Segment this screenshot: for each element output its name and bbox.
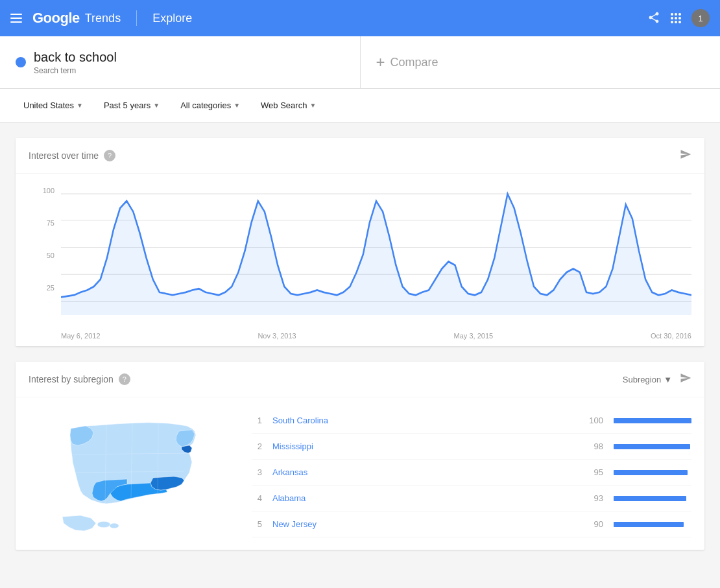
location-filter[interactable]: United States ▼ <box>16 95 91 115</box>
y-label-100: 100 <box>29 187 54 194</box>
rank-name-5[interactable]: New Jersey <box>272 519 573 529</box>
main-content: Interest over time ? 100 75 50 25 <box>0 123 720 565</box>
search-term-type: Search term <box>34 66 117 75</box>
chart-wrapper: 100 75 50 25 <box>29 187 691 329</box>
compare-box[interactable]: + Compare <box>361 36 721 88</box>
x-label-3: Oct 30, 2016 <box>651 332 691 340</box>
y-axis-labels: 100 75 50 25 <box>29 187 54 329</box>
header-logo: Google Trends <box>32 10 121 27</box>
header-divider <box>136 10 137 26</box>
rank-value-5: 90 <box>584 519 603 529</box>
location-filter-label: United States <box>23 100 74 110</box>
search-area: back to school Search term + Compare <box>0 36 720 89</box>
x-label-1: Nov 3, 2013 <box>258 332 296 340</box>
interest-over-time-header: Interest over time ? <box>16 138 704 174</box>
categories-filter[interactable]: All categories ▼ <box>173 95 248 115</box>
trends-label: Trends <box>85 12 121 25</box>
us-map-area <box>29 408 236 539</box>
interest-by-subregion-card: Interest by subregion ? Subregion ▼ <box>16 362 704 550</box>
apps-icon[interactable] <box>671 13 681 23</box>
explore-label: Explore <box>152 12 192 25</box>
rank-bar-2 <box>614 444 690 449</box>
rank-value-4: 93 <box>584 493 603 503</box>
rank-bar-container-4 <box>614 496 691 501</box>
search-term-info: back to school Search term <box>34 50 117 75</box>
time-range-chevron-icon: ▼ <box>153 102 160 109</box>
rank-num-4: 4 <box>252 493 262 503</box>
time-range-filter-label: Past 5 years <box>104 100 150 110</box>
subregion-content: 1 South Carolina 100 2 Mississippi 98 <box>16 397 704 550</box>
rank-bar-5 <box>614 522 684 527</box>
subregion-help-icon[interactable]: ? <box>119 373 130 385</box>
rank-num-1: 1 <box>252 416 262 425</box>
header: Google Trends Explore 1 <box>0 0 720 36</box>
y-label-75: 75 <box>29 219 54 227</box>
search-type-filter-label: Web Search <box>261 100 307 110</box>
svg-point-11 <box>110 523 119 528</box>
google-wordmark: Google <box>32 10 80 27</box>
location-chevron-icon: ▼ <box>77 102 83 109</box>
rank-name-2[interactable]: Mississippi <box>272 441 573 451</box>
x-label-2: May 3, 2015 <box>454 332 494 340</box>
rank-bar-container-5 <box>614 522 691 527</box>
subregion-title: Interest by subregion <box>29 374 114 384</box>
rank-bar-container-3 <box>614 470 691 475</box>
us-map-svg <box>29 408 236 537</box>
ranking-row-1: 1 South Carolina 100 <box>252 408 691 434</box>
user-avatar[interactable]: 1 <box>691 9 710 27</box>
rank-num-2: 2 <box>252 441 262 451</box>
subregion-dropdown-label: Subregion <box>623 375 661 384</box>
ranking-row-3: 3 Arkansas 95 <box>252 460 691 486</box>
search-term-name: back to school <box>34 50 117 65</box>
categories-filter-label: All categories <box>180 100 231 110</box>
search-type-chevron-icon: ▼ <box>309 102 316 109</box>
rank-value-3: 95 <box>584 467 603 477</box>
time-range-filter[interactable]: Past 5 years ▼ <box>96 95 167 115</box>
categories-chevron-icon: ▼ <box>234 102 240 109</box>
x-label-0: May 6, 2012 <box>61 332 101 340</box>
ranking-row-5: 5 New Jersey 90 <box>252 512 691 537</box>
interest-over-time-share-icon[interactable] <box>680 148 691 163</box>
header-left: Google Trends Explore <box>10 10 192 27</box>
rank-name-4[interactable]: Alabama <box>272 493 573 503</box>
y-label-25: 25 <box>29 284 54 292</box>
ranking-row-2: 2 Mississippi 98 <box>252 434 691 460</box>
search-type-filter[interactable]: Web Search ▼ <box>253 95 324 115</box>
header-right: 1 <box>647 9 710 27</box>
rank-bar-4 <box>614 496 686 501</box>
interest-over-time-help-icon[interactable]: ? <box>104 150 115 161</box>
chart-container: 100 75 50 25 <box>16 174 704 346</box>
rank-bar-container-2 <box>614 444 691 449</box>
rank-bar-1 <box>614 418 691 423</box>
rank-name-3[interactable]: Arkansas <box>272 467 573 477</box>
rankings-area: 1 South Carolina 100 2 Mississippi 98 <box>252 408 691 539</box>
rank-name-1[interactable]: South Carolina <box>272 416 573 425</box>
rank-bar-container-1 <box>614 418 691 423</box>
rank-bar-3 <box>614 470 688 475</box>
subregion-dropdown[interactable]: Subregion ▼ <box>623 375 672 384</box>
card-title-row: Interest over time ? <box>29 150 115 161</box>
y-label-50: 50 <box>29 252 54 259</box>
rank-num-3: 3 <box>252 467 262 477</box>
subregion-card-header: Interest by subregion ? Subregion ▼ <box>16 362 704 397</box>
subregion-share-icon[interactable] <box>680 372 691 386</box>
rank-num-5: 5 <box>252 519 262 529</box>
interest-over-time-title: Interest over time <box>29 150 99 161</box>
filters-bar: United States ▼ Past 5 years ▼ All categ… <box>0 89 720 123</box>
trend-chart-svg <box>29 187 691 329</box>
rank-value-2: 98 <box>584 441 603 451</box>
search-term-box: back to school Search term <box>0 36 361 88</box>
ranking-row-4: 4 Alabama 93 <box>252 486 691 512</box>
share-header-icon[interactable] <box>647 11 660 26</box>
compare-plus-icon: + <box>376 53 385 71</box>
hamburger-menu[interactable] <box>10 14 22 23</box>
svg-point-10 <box>97 521 110 528</box>
subregion-title-row: Interest by subregion ? <box>29 373 130 385</box>
interest-over-time-card: Interest over time ? 100 75 50 25 <box>16 138 704 346</box>
compare-label: Compare <box>390 56 438 69</box>
subregion-dropdown-chevron-icon: ▼ <box>664 375 672 384</box>
chart-x-labels: May 6, 2012 Nov 3, 2013 May 3, 2015 Oct … <box>29 329 691 340</box>
rank-value-1: 100 <box>584 416 603 425</box>
search-term-dot <box>16 57 26 67</box>
